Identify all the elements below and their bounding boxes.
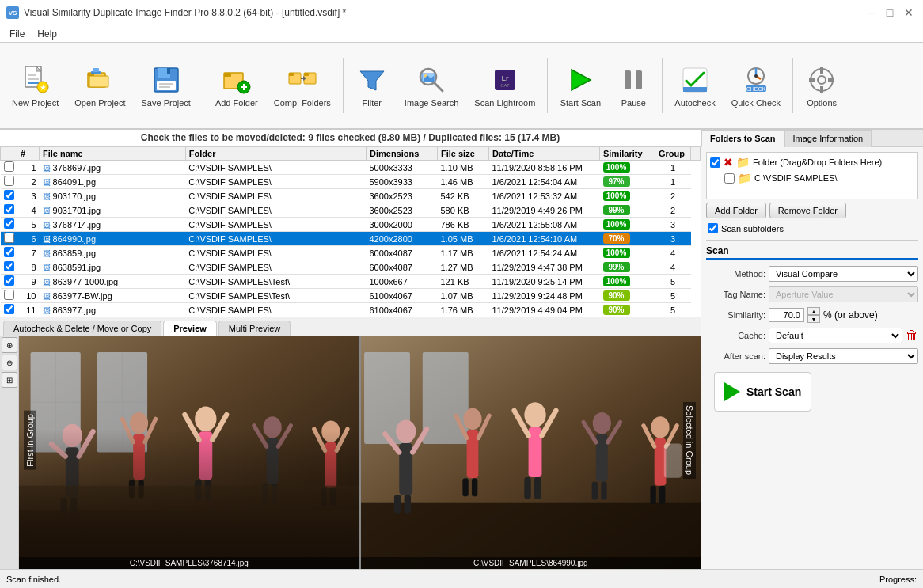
svg-rect-93 [321, 488, 326, 506]
table-row[interactable]: 4 🖼 9031701.jpg C:\VSDIF SAMPLES\ 3600x2… [1, 203, 701, 218]
folder-checkbox-0[interactable] [710, 157, 720, 168]
delete-icon-0[interactable]: ✖ [724, 156, 733, 169]
row-folder: C:\VSDIF SAMPLES\ [185, 260, 366, 275]
similarity-down[interactable]: ▼ [807, 315, 820, 323]
svg-rect-90 [325, 442, 336, 488]
add-folder-btn[interactable]: Add Folder [706, 203, 766, 218]
table-row[interactable]: 11 🖼 863977.jpg C:\VSDIF SAMPLES\ 6100x4… [1, 303, 701, 317]
col-header-dims[interactable]: Dimensions [367, 147, 438, 161]
row-checkbox-3[interactable] [4, 190, 14, 200]
similarity-input[interactable] [769, 308, 804, 322]
image-search-button[interactable]: Image Search [397, 60, 465, 112]
scan-section: Scan Method: Visual Compare EXIF Compare… [701, 241, 923, 569]
toolbar: ★ New Project Open Project [0, 43, 923, 130]
save-project-button[interactable]: Save Project [135, 60, 198, 112]
scan-lightroom-button[interactable]: Lr CAT Scan Lightroom [467, 60, 542, 112]
open-project-button[interactable]: Open Project [67, 60, 132, 112]
table-row[interactable]: 3 🖼 903170.jpg C:\VSDIF SAMPLES\ 3600x25… [1, 189, 701, 203]
col-header-similarity[interactable]: Similarity [600, 147, 655, 161]
autocheck-button[interactable]: Autocheck [667, 60, 722, 112]
row-checkbox-11[interactable] [4, 304, 14, 314]
similarity-up[interactable]: ▲ [807, 307, 820, 315]
file-table[interactable]: # File name Folder Dimensions File size … [0, 146, 701, 317]
pause-button[interactable]: Pause [610, 60, 657, 112]
right-panel: Folders to Scan Image Information ✖ 📁 Fo… [701, 130, 923, 569]
folder-label-1: C:\VSDIF SAMPLES\ [754, 173, 838, 183]
row-filename: 🖼 863859.jpg [40, 246, 186, 260]
comp-folders-button[interactable]: Comp. Folders [267, 60, 338, 112]
scan-subfolders-checkbox[interactable] [708, 223, 718, 233]
row-date: 1/6/2021 12:54:10 AM [489, 232, 600, 246]
row-date: 1/6/2021 12:55:08 AM [489, 218, 600, 232]
row-similarity: 70% [600, 232, 655, 246]
svg-rect-66 [66, 447, 79, 497]
col-header-folder[interactable]: Folder [185, 147, 366, 161]
menu-file[interactable]: File [3, 27, 31, 40]
row-folder: C:\VSDIF SAMPLES\ [185, 175, 366, 189]
table-row[interactable]: 7 🖼 863859.jpg C:\VSDIF SAMPLES\ 6000x40… [1, 246, 701, 260]
right-tab-image-info[interactable]: Image Information [784, 130, 872, 147]
zoom-out-button[interactable]: ⊖ [2, 355, 17, 370]
row-checkbox-7[interactable] [4, 247, 14, 257]
svg-rect-105 [404, 495, 410, 513]
col-header-group[interactable]: Group [655, 147, 691, 161]
tagname-row: Tag Name: Aperture Value [706, 286, 918, 302]
afterscan-select[interactable]: Display Results Do Nothing [769, 348, 918, 364]
close-button[interactable]: ✕ [901, 5, 917, 21]
options-button[interactable]: Options [798, 60, 845, 112]
row-num: 3 [17, 189, 40, 203]
similarity-control: ▲ ▼ % (or above) [769, 307, 918, 323]
minimize-button[interactable]: ─ [863, 5, 879, 21]
row-date: 11/29/2019 4:47:38 PM [489, 260, 600, 275]
menu-help[interactable]: Help [31, 27, 63, 40]
table-row[interactable]: 10 🖼 863977-BW.jpg C:\VSDIF SAMPLES\Test… [1, 289, 701, 303]
right-tab-folders[interactable]: Folders to Scan [701, 130, 784, 147]
filter-button[interactable]: Filter [348, 60, 396, 112]
row-checkbox-4[interactable] [4, 204, 14, 214]
row-checkbox-2[interactable] [4, 176, 14, 186]
tab-multi-preview[interactable]: Multi Preview [218, 321, 291, 336]
remove-folder-btn[interactable]: Remove Folder [769, 203, 846, 218]
similarity-spinners: ▲ ▼ [807, 307, 820, 323]
start-scan-button[interactable]: Start Scan [714, 372, 811, 412]
zoom-in-button[interactable]: ⊕ [2, 337, 17, 353]
col-header-size[interactable]: File size [438, 147, 489, 161]
col-header-date[interactable]: Date/Time [489, 147, 600, 161]
svg-rect-122 [591, 481, 597, 499]
svg-rect-42 [636, 70, 642, 89]
col-header-name[interactable]: File name [40, 147, 186, 161]
tab-autocheck[interactable]: Autocheck & Delete / Move or Copy [3, 321, 161, 336]
col-header-num[interactable]: # [17, 147, 40, 161]
start-scan-toolbar-button[interactable]: Start Scan [553, 60, 608, 112]
row-checkbox-6[interactable] [4, 233, 14, 243]
new-project-button[interactable]: ★ New Project [5, 60, 66, 112]
svg-rect-81 [195, 480, 201, 500]
image-search-icon [416, 64, 447, 96]
table-row[interactable]: 2 🖼 864091.jpg C:\VSDIF SAMPLES\ 5900x39… [1, 175, 701, 189]
tab-preview[interactable]: Preview [163, 321, 217, 336]
folder-row-header: ✖ 📁 Folder (Drag&Drop Folders Here) [708, 154, 916, 170]
quick-check-button[interactable]: CHECK Quick Check [724, 60, 788, 112]
fit-button[interactable]: ⊞ [2, 372, 17, 388]
table-row[interactable]: 8 🖼 8638591.jpg C:\VSDIF SAMPLES\ 6000x4… [1, 260, 701, 275]
table-row[interactable]: 9 🖼 863977-1000.jpg C:\VSDIF SAMPLES\Tes… [1, 275, 701, 289]
col-header-check[interactable] [1, 147, 17, 161]
method-select[interactable]: Visual Compare EXIF Compare Metadata Com… [769, 266, 918, 282]
row-dims: 1000x667 [367, 275, 438, 289]
row-checkbox-5[interactable] [4, 218, 14, 229]
maximize-button[interactable]: □ [882, 5, 898, 21]
table-row[interactable]: 1 🖼 3768697.jpg C:\VSDIF SAMPLES\ 5000x3… [1, 161, 701, 175]
row-checkbox-1[interactable] [4, 161, 14, 172]
method-row: Method: Visual Compare EXIF Compare Meta… [706, 266, 918, 282]
row-checkbox-10[interactable] [4, 290, 14, 300]
table-row[interactable]: 5 🖼 3768714.jpg C:\VSDIF SAMPLES\ 3000x2… [1, 218, 701, 232]
add-folder-button[interactable]: Add Folder [208, 60, 265, 112]
table-row[interactable]: 6 🖼 864990.jpg C:\VSDIF SAMPLES\ 4200x28… [1, 232, 701, 246]
cache-control: Default None Fast 🗑 [769, 328, 918, 343]
cache-select[interactable]: Default None Fast [769, 328, 902, 343]
folder-checkbox-1[interactable] [724, 173, 735, 184]
row-checkbox-9[interactable] [4, 275, 14, 286]
svg-point-77 [195, 407, 216, 432]
row-checkbox-8[interactable] [4, 261, 14, 271]
cache-clear-button[interactable]: 🗑 [906, 328, 918, 343]
